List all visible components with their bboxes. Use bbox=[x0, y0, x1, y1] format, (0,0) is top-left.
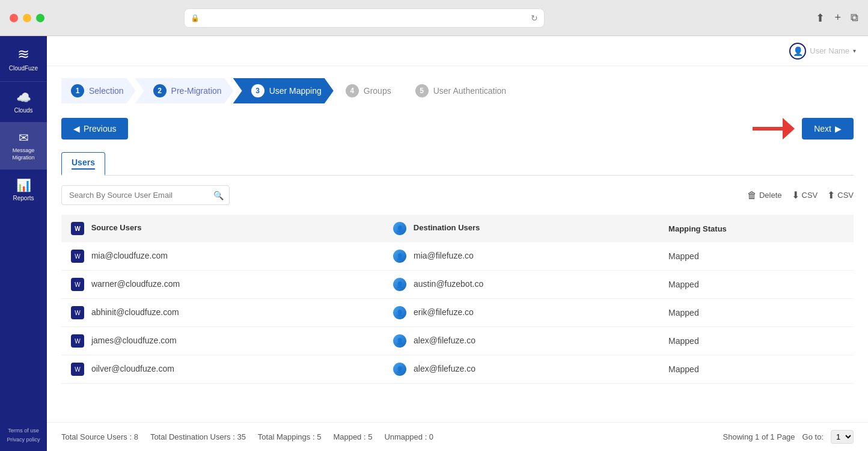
csv-download-button[interactable]: ⬇ CSV bbox=[792, 189, 818, 201]
delete-label: Delete bbox=[759, 191, 782, 200]
user-area[interactable]: 👤 User Name ▾ bbox=[789, 43, 856, 60]
clouds-icon: ☁️ bbox=[16, 90, 31, 105]
col-destination-users: 👤 Destination Users bbox=[384, 215, 659, 242]
table-row: W abhinit@cloudfuze.com 👤 erik@filefuze.… bbox=[61, 299, 854, 327]
sidebar: ≋ CloudFuze ☁️ Clouds ✉ Message Migratio… bbox=[0, 36, 47, 451]
page-select[interactable]: 1 bbox=[831, 430, 854, 444]
table-footer: Total Source Users : 8 Total Destination… bbox=[47, 422, 868, 451]
sidebar-item-reports[interactable]: 📊 Reports bbox=[0, 170, 47, 210]
traffic-lights bbox=[10, 14, 44, 22]
tabs-icon[interactable]: ⧉ bbox=[851, 11, 858, 25]
step-user-auth[interactable]: 5 User Authentication bbox=[403, 78, 518, 103]
dest-user-icon: 👤 bbox=[393, 306, 406, 319]
csv-upload-button[interactable]: ⬆ CSV bbox=[827, 189, 854, 201]
table-row: W mia@cloudfuze.com 👤 mia@filefuze.co Ma… bbox=[61, 242, 854, 271]
step-label-usermapping: User Mapping bbox=[269, 86, 322, 96]
step-number-4: 4 bbox=[346, 84, 359, 97]
new-tab-icon[interactable]: + bbox=[834, 11, 841, 25]
share-icon[interactable]: ⬆ bbox=[816, 11, 825, 25]
sidebar-item-label: Message Migration bbox=[0, 147, 47, 161]
previous-button[interactable]: ◀ Previous bbox=[61, 118, 128, 140]
step-number-1: 1 bbox=[71, 84, 84, 97]
dest-user-icon: 👤 bbox=[393, 278, 406, 291]
source-user-icon: W bbox=[71, 334, 84, 348]
step-pre-migration[interactable]: 2 Pre-Migration bbox=[135, 78, 234, 103]
delete-button[interactable]: 🗑 Delete bbox=[747, 190, 782, 201]
sidebar-item-message-migration[interactable]: ✉ Message Migration bbox=[0, 122, 47, 170]
maximize-button[interactable] bbox=[36, 14, 44, 22]
step-label-userauth: User Authentication bbox=[433, 86, 506, 96]
sidebar-item-clouds[interactable]: ☁️ Clouds bbox=[0, 82, 47, 122]
lock-icon: 🔒 bbox=[191, 14, 200, 22]
status-cell: Mapped bbox=[659, 355, 854, 384]
search-bar: 🔍 🗑 Delete ⬇ CSV ⬆ CSV bbox=[61, 185, 854, 205]
total-dest-stat: Total Destination Users : 35 bbox=[150, 432, 246, 441]
step-number-3: 3 bbox=[251, 84, 264, 97]
logo-label: CloudFuze bbox=[9, 65, 38, 72]
users-table: W Source Users 👤 Destination Users Mappi… bbox=[61, 215, 854, 384]
avatar-icon: 👤 bbox=[793, 46, 803, 56]
user-avatar: 👤 bbox=[789, 43, 806, 60]
nav-buttons: ◀ Previous Next ▶ bbox=[61, 118, 854, 140]
source-user-cell: W james@cloudfuze.com bbox=[61, 327, 384, 355]
step-label-premigration: Pre-Migration bbox=[171, 86, 222, 96]
source-icon: W bbox=[71, 222, 84, 235]
browser-chrome: 🔒 ↻ ⬆ + ⧉ bbox=[0, 0, 868, 36]
table-row: W warner@cloudfuze.com 👤 austin@fuzebot.… bbox=[61, 271, 854, 299]
table-header-row: W Source Users 👤 Destination Users Mappi… bbox=[61, 215, 854, 242]
close-button[interactable] bbox=[10, 14, 18, 22]
search-wrapper: 🔍 bbox=[61, 185, 230, 205]
message-migration-icon: ✉ bbox=[19, 130, 29, 145]
search-icon: 🔍 bbox=[213, 191, 224, 200]
step-user-mapping[interactable]: 3 User Mapping bbox=[233, 78, 334, 103]
next-arrow-indicator: Next ▶ bbox=[753, 118, 854, 140]
next-arrow-icon: ▶ bbox=[835, 124, 842, 133]
tab-users[interactable]: Users bbox=[61, 152, 105, 176]
mapped-stat: Mapped : 5 bbox=[333, 432, 372, 441]
sidebar-item-label: Clouds bbox=[14, 107, 32, 114]
dest-user-cell: 👤 alex@filefuze.co bbox=[384, 355, 659, 384]
reports-icon: 📊 bbox=[16, 178, 31, 192]
step-number-5: 5 bbox=[415, 84, 429, 97]
col-source-users: W Source Users bbox=[61, 215, 384, 242]
address-bar[interactable]: 🔒 ↻ bbox=[184, 8, 545, 28]
status-cell: Mapped bbox=[659, 327, 854, 355]
source-user-icon: W bbox=[71, 306, 84, 319]
refresh-icon[interactable]: ↻ bbox=[531, 13, 538, 23]
source-user-cell: W oilver@cloudfuze.com bbox=[61, 355, 384, 384]
chevron-down-icon[interactable]: ▾ bbox=[853, 48, 856, 54]
step-selection[interactable]: 1 Selection bbox=[61, 78, 136, 103]
dest-user-cell: 👤 austin@fuzebot.co bbox=[384, 271, 659, 299]
minimize-button[interactable] bbox=[23, 14, 31, 22]
step-groups[interactable]: 4 Groups bbox=[334, 78, 403, 103]
pagination: Showing 1 of 1 Page Go to: 1 bbox=[723, 430, 854, 444]
dest-header-icon: 👤 bbox=[393, 222, 406, 235]
status-cell: Mapped bbox=[659, 299, 854, 327]
tabs-container: Users bbox=[61, 152, 854, 176]
col-mapping-status: Mapping Status bbox=[659, 215, 854, 242]
source-user-icon: W bbox=[71, 250, 84, 263]
sidebar-footer: Terms of use Privacy policy bbox=[4, 419, 42, 451]
privacy-link[interactable]: Privacy policy bbox=[7, 435, 40, 444]
csv-download-label: CSV bbox=[802, 191, 818, 200]
dest-user-cell: 👤 erik@filefuze.co bbox=[384, 299, 659, 327]
source-user-icon: W bbox=[71, 363, 84, 376]
terms-link[interactable]: Terms of use bbox=[7, 426, 40, 435]
showing-label: Showing 1 of 1 Page bbox=[723, 432, 795, 441]
steps-wizard: 1 Selection 2 Pre-Migration 3 User Mappi… bbox=[61, 78, 854, 103]
step-label-selection: Selection bbox=[89, 86, 124, 96]
sidebar-logo: ≋ CloudFuze bbox=[0, 36, 47, 82]
prev-arrow-icon: ◀ bbox=[73, 124, 80, 133]
dest-user-cell: 👤 alex@filefuze.co bbox=[384, 327, 659, 355]
step-label-groups: Groups bbox=[364, 86, 391, 96]
search-input[interactable] bbox=[61, 185, 230, 205]
tab-users-label: Users bbox=[72, 158, 95, 167]
main-content: 👤 User Name ▾ 1 Selection 2 Pre-Migratio… bbox=[47, 36, 868, 451]
dest-user-icon: 👤 bbox=[393, 363, 406, 376]
app-container: ≋ CloudFuze ☁️ Clouds ✉ Message Migratio… bbox=[0, 36, 868, 451]
next-label: Next bbox=[814, 124, 831, 133]
goto-label: Go to: bbox=[802, 432, 824, 441]
dest-user-cell: 👤 mia@filefuze.co bbox=[384, 242, 659, 271]
next-button[interactable]: Next ▶ bbox=[802, 118, 854, 140]
csv-upload-icon: ⬆ bbox=[827, 189, 835, 201]
